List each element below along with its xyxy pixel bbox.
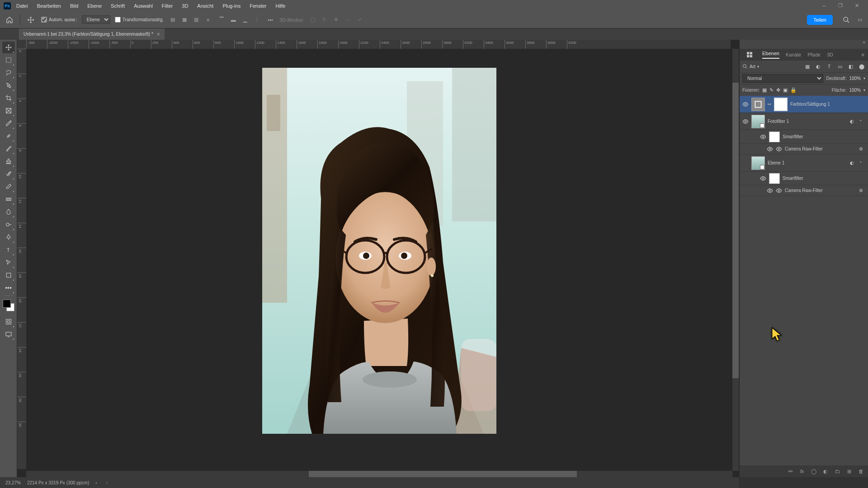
doc-info-chevron[interactable]: › — [95, 480, 97, 485]
link-icon[interactable]: ⚯ — [768, 102, 771, 107]
filter-shape-icon[interactable]: ▭ — [836, 63, 844, 70]
smartfilter-mask[interactable] — [769, 173, 780, 184]
layer-thumbnail[interactable] — [751, 98, 765, 111]
align-bottom-icon[interactable]: ▁ — [241, 15, 250, 24]
tab-kanaele[interactable]: Kanäle — [786, 52, 801, 57]
workspace-icon[interactable]: ▭ — [855, 15, 864, 24]
filter-visibility-icon[interactable] — [776, 188, 782, 194]
filter-pixel-icon[interactable]: ▦ — [804, 63, 811, 70]
layer-name[interactable]: Fotofilter 1 — [768, 119, 847, 124]
zoom-level[interactable]: 23,27% — [5, 480, 21, 485]
layer-row[interactable]: Camera Raw-Filter⚙ — [740, 185, 868, 196]
align-left-icon[interactable]: ▤ — [168, 15, 177, 24]
collapse-icon[interactable]: ⌃ — [859, 119, 865, 124]
layer-row[interactable]: Fotofilter 1◐⌃ — [740, 113, 868, 130]
panel-menu-icon[interactable]: ≡ — [862, 52, 864, 57]
menu-filter[interactable]: Filter — [157, 1, 177, 10]
ruler-origin[interactable] — [17, 40, 26, 49]
filter-settings-icon[interactable]: ⚙ — [859, 146, 865, 151]
layer-name[interactable]: Camera Raw-Filter — [785, 188, 856, 193]
scrollbar-vertical[interactable] — [732, 49, 739, 471]
move-tool-icon[interactable] — [25, 14, 37, 26]
layer-name[interactable]: Farbton/Sättigung 1 — [790, 102, 865, 107]
filter-visibility-icon[interactable] — [776, 146, 782, 152]
frame-tool[interactable] — [2, 105, 15, 117]
shape-tool[interactable] — [2, 269, 15, 281]
menu-schrift[interactable]: Schrift — [106, 1, 129, 10]
eraser-tool[interactable] — [2, 181, 15, 192]
align-center-v-icon[interactable]: ▬ — [229, 15, 238, 24]
minimize-button[interactable]: ─ — [816, 1, 832, 11]
layer-fx-icon[interactable]: fx — [798, 468, 806, 475]
filter-adjust-icon[interactable]: ◐ — [815, 63, 822, 70]
blur-tool[interactable] — [2, 206, 15, 218]
share-button[interactable]: Teilen — [807, 15, 833, 25]
menu-bearbeiten[interactable]: Bearbeiten — [33, 1, 66, 10]
fill-value[interactable]: 100% — [849, 88, 861, 93]
panel-icon[interactable] — [743, 48, 756, 61]
close-window-button[interactable]: ✕ — [849, 1, 864, 11]
color-swatches[interactable] — [3, 300, 14, 311]
layer-thumbnail[interactable] — [751, 115, 765, 128]
menu-bild[interactable]: Bild — [66, 1, 83, 10]
layers-list[interactable]: ⚯Farbton/Sättigung 1Fotofilter 1◐⌃Smartf… — [740, 96, 868, 465]
layer-visibility-icon[interactable] — [760, 134, 766, 140]
layer-visibility-icon[interactable] — [767, 188, 773, 194]
collapse-panel-icon[interactable]: « — [740, 40, 868, 49]
menu-auswahl[interactable]: Auswahl — [129, 1, 157, 10]
gradient-tool[interactable] — [2, 193, 15, 205]
dodge-tool[interactable] — [2, 219, 15, 230]
menu-ansicht[interactable]: Ansicht — [193, 1, 218, 10]
quickmask-tool[interactable] — [2, 316, 15, 328]
auto-select-target[interactable]: Ebene — [82, 15, 110, 24]
search-icon[interactable] — [842, 15, 851, 24]
filter-toggle-icon[interactable]: ⬤ — [858, 63, 865, 70]
crop-tool[interactable] — [2, 92, 15, 104]
history-brush-tool[interactable] — [2, 168, 15, 180]
adjustment-layer-icon[interactable]: ◐ — [822, 468, 829, 475]
layer-thumbnail[interactable] — [751, 156, 765, 170]
layer-row[interactable]: Camera Raw-Filter⚙ — [740, 144, 868, 155]
opacity-value[interactable]: 100% — [849, 76, 861, 81]
collapse-icon[interactable]: ⌃ — [859, 161, 865, 165]
layer-visibility-icon[interactable] — [742, 101, 749, 108]
delete-layer-icon[interactable]: 🗑 — [857, 468, 864, 475]
layer-name[interactable]: Camera Raw-Filter — [785, 146, 856, 151]
path-select-tool[interactable] — [2, 257, 15, 268]
transform-controls-checkbox[interactable]: Transformationsstrg. — [115, 17, 164, 23]
link-layers-icon[interactable]: ⚯ — [787, 468, 794, 475]
layer-name[interactable]: Smartfilter — [783, 134, 865, 139]
distribute-v-icon[interactable]: ⋮ — [252, 15, 261, 24]
filter-smart-icon[interactable]: ◧ — [847, 63, 854, 70]
layer-mask-icon[interactable]: ◯ — [810, 468, 817, 475]
home-button[interactable] — [4, 14, 15, 26]
vertical-ruler[interactable]: 024681012141618202224262830 — [17, 49, 26, 469]
layer-mask-thumbnail[interactable] — [774, 98, 788, 111]
layer-name[interactable]: Ebene 1 — [768, 160, 847, 165]
menu-3d[interactable]: 3D — [177, 1, 193, 10]
scrollbar-horizontal[interactable] — [26, 471, 732, 477]
lock-position-icon[interactable]: ✥ — [776, 87, 780, 93]
align-center-h-icon[interactable]: ▦ — [180, 15, 189, 24]
marquee-tool[interactable] — [2, 54, 15, 66]
lock-transparency-icon[interactable]: ▦ — [762, 87, 767, 93]
layer-visibility-icon[interactable] — [742, 160, 749, 166]
smartfilter-mask[interactable] — [769, 131, 780, 142]
pen-tool[interactable] — [2, 231, 15, 243]
foreground-color[interactable] — [3, 300, 11, 308]
tab-ebenen[interactable]: Ebenen — [762, 51, 779, 59]
restore-button[interactable]: ❐ — [833, 1, 848, 11]
menu-fenster[interactable]: Fenster — [245, 1, 271, 10]
tab-3d[interactable]: 3D — [827, 52, 833, 57]
layer-visibility-icon[interactable] — [742, 118, 749, 125]
menu-hilfe[interactable]: Hilfe — [271, 1, 290, 10]
eyedropper-tool[interactable] — [2, 117, 15, 129]
new-layer-icon[interactable]: ⊞ — [845, 468, 853, 475]
healing-tool[interactable] — [2, 130, 15, 142]
layer-row[interactable]: ⚯Farbton/Sättigung 1 — [740, 96, 868, 113]
lock-artboard-icon[interactable]: ▣ — [783, 87, 788, 93]
layer-filter-type[interactable]: Art ▾ — [742, 64, 759, 69]
layer-row[interactable]: Smartfilter — [740, 172, 868, 185]
document-tab[interactable]: Unbenannt-1 bei 23,3% (Farbton/Sättigung… — [19, 28, 165, 40]
menu-ebene[interactable]: Ebene — [83, 1, 106, 10]
